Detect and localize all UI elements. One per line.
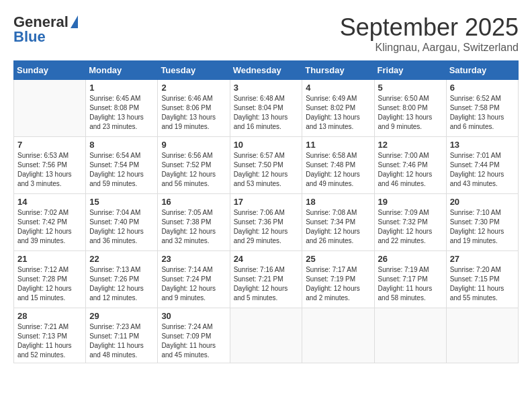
week-row-3: 21Sunrise: 7:12 AMSunset: 7:28 PMDayligh…	[14, 251, 519, 308]
week-row-4: 28Sunrise: 7:21 AMSunset: 7:13 PMDayligh…	[14, 308, 519, 363]
day-info-line: Sunset: 7:54 PM	[89, 161, 154, 170]
day-number: 13	[450, 140, 515, 150]
day-info-line: Sunset: 7:50 PM	[234, 161, 299, 170]
day-info-line: and 2 minutes.	[306, 293, 370, 303]
day-info-line: Sunrise: 7:04 AM	[89, 208, 154, 218]
day-info-line: Sunset: 7:44 PM	[450, 161, 515, 170]
day-info-line: and 49 minutes.	[306, 179, 370, 189]
day-info-line: Sunrise: 6:49 AM	[306, 94, 370, 103]
day-info-line: Sunrise: 6:57 AM	[234, 151, 299, 161]
calendar-cell: 11Sunrise: 6:58 AMSunset: 7:48 PMDayligh…	[302, 137, 374, 194]
day-info-line: and 12 minutes.	[89, 293, 154, 303]
logo-blue-text: Blue	[13, 28, 46, 46]
day-info-line: Sunset: 7:30 PM	[450, 218, 515, 227]
calendar-cell: 6Sunrise: 6:52 AMSunset: 7:58 PMDaylight…	[446, 80, 518, 137]
day-number: 17	[234, 197, 299, 207]
day-info-line: Daylight: 12 hours	[450, 227, 515, 236]
day-number: 9	[161, 140, 226, 150]
day-info-line: Daylight: 12 hours	[161, 284, 226, 293]
week-row-2: 14Sunrise: 7:02 AMSunset: 7:42 PMDayligh…	[14, 194, 519, 251]
day-number: 20	[450, 197, 515, 207]
day-info-line: and 9 minutes.	[161, 293, 226, 303]
day-info-line: Daylight: 11 hours	[17, 341, 82, 351]
week-row-0: 1Sunrise: 6:45 AMSunset: 8:08 PMDaylight…	[14, 80, 519, 137]
day-info-line: Sunrise: 7:01 AM	[450, 151, 515, 161]
day-number: 16	[161, 197, 226, 207]
day-number: 15	[89, 197, 154, 207]
day-info-line: Daylight: 12 hours	[306, 170, 370, 179]
day-info-line: and 15 minutes.	[17, 293, 82, 303]
day-info-line: Sunset: 7:24 PM	[161, 275, 226, 284]
calendar-cell: 16Sunrise: 7:05 AMSunset: 7:38 PMDayligh…	[158, 194, 230, 251]
calendar-cell	[302, 308, 374, 363]
day-info-line: and 16 minutes.	[234, 122, 299, 132]
day-info-line: Sunset: 7:38 PM	[161, 218, 226, 227]
logo: General Blue	[13, 13, 78, 46]
day-number: 3	[234, 83, 299, 93]
day-info-line: Daylight: 12 hours	[17, 227, 82, 236]
day-number: 4	[306, 83, 370, 93]
day-info-line: and 23 minutes.	[89, 122, 154, 132]
day-info-line: Sunset: 7:56 PM	[17, 161, 82, 170]
day-info-line: Daylight: 12 hours	[306, 284, 370, 293]
day-number: 7	[17, 140, 82, 150]
day-info-line: Sunrise: 6:53 AM	[17, 151, 82, 161]
day-number: 23	[161, 254, 226, 264]
calendar-cell: 30Sunrise: 7:24 AMSunset: 7:09 PMDayligh…	[158, 308, 230, 363]
day-info-line: and 29 minutes.	[234, 236, 299, 246]
day-info-line: and 26 minutes.	[306, 236, 370, 246]
day-info-line: Sunset: 7:21 PM	[234, 275, 299, 284]
day-info-line: and 22 minutes.	[378, 236, 443, 246]
day-info-line: Sunrise: 6:50 AM	[378, 94, 443, 103]
day-info-line: Daylight: 12 hours	[161, 227, 226, 236]
day-info-line: Sunrise: 7:19 AM	[378, 265, 443, 275]
day-info-line: Daylight: 12 hours	[234, 227, 299, 236]
calendar-cell: 12Sunrise: 7:00 AMSunset: 7:46 PMDayligh…	[374, 137, 446, 194]
title-block: September 2025 Klingnau, Aargau, Switzer…	[340, 13, 519, 54]
day-info-line: Daylight: 13 hours	[17, 170, 82, 179]
day-info-line: and 53 minutes.	[234, 179, 299, 189]
day-number: 24	[234, 254, 299, 264]
day-info-line: and 19 minutes.	[450, 236, 515, 246]
calendar-cell: 15Sunrise: 7:04 AMSunset: 7:40 PMDayligh…	[86, 194, 158, 251]
day-info-line: Sunset: 7:13 PM	[17, 332, 82, 341]
day-number: 21	[17, 254, 82, 264]
day-info-line: Daylight: 13 hours	[378, 113, 443, 122]
calendar-cell: 17Sunrise: 7:06 AMSunset: 7:36 PMDayligh…	[230, 194, 302, 251]
day-number: 11	[306, 140, 370, 150]
day-info-line: Sunrise: 7:00 AM	[378, 151, 443, 161]
calendar-cell	[446, 308, 518, 363]
day-info-line: and 52 minutes.	[17, 351, 82, 360]
calendar-cell: 28Sunrise: 7:21 AMSunset: 7:13 PMDayligh…	[14, 308, 86, 363]
day-info-line: Sunset: 7:17 PM	[378, 275, 443, 284]
day-number: 22	[89, 254, 154, 264]
day-info-line: Sunrise: 6:54 AM	[89, 151, 154, 161]
day-info-line: and 32 minutes.	[161, 236, 226, 246]
day-info-line: Sunset: 7:28 PM	[17, 275, 82, 284]
weekday-header-tuesday: Tuesday	[158, 61, 230, 80]
day-info-line: Daylight: 12 hours	[89, 227, 154, 236]
day-info-line: Sunset: 8:06 PM	[161, 103, 226, 113]
day-info-line: Sunset: 7:58 PM	[450, 103, 515, 113]
day-info-line: Daylight: 12 hours	[306, 227, 370, 236]
day-info-line: Sunrise: 7:14 AM	[161, 265, 226, 275]
calendar-cell	[230, 308, 302, 363]
day-info-line: Sunrise: 6:45 AM	[89, 94, 154, 103]
day-info-line: Daylight: 12 hours	[378, 170, 443, 179]
day-info-line: Sunset: 7:52 PM	[161, 161, 226, 170]
day-info-line: Sunset: 8:08 PM	[89, 103, 154, 113]
calendar-cell: 29Sunrise: 7:23 AMSunset: 7:11 PMDayligh…	[86, 308, 158, 363]
day-info-line: Daylight: 13 hours	[234, 113, 299, 122]
week-row-1: 7Sunrise: 6:53 AMSunset: 7:56 PMDaylight…	[14, 137, 519, 194]
calendar-cell	[374, 308, 446, 363]
day-info-line: Daylight: 12 hours	[89, 170, 154, 179]
day-info-line: and 3 minutes.	[17, 179, 82, 189]
calendar-cell: 5Sunrise: 6:50 AMSunset: 8:00 PMDaylight…	[374, 80, 446, 137]
day-info-line: Sunrise: 7:20 AM	[450, 265, 515, 275]
day-info-line: Daylight: 12 hours	[234, 284, 299, 293]
day-number: 27	[450, 254, 515, 264]
day-info-line: Sunrise: 7:02 AM	[17, 208, 82, 218]
day-number: 26	[378, 254, 443, 264]
day-info-line: Sunset: 7:15 PM	[450, 275, 515, 284]
day-info-line: and 48 minutes.	[89, 351, 154, 360]
